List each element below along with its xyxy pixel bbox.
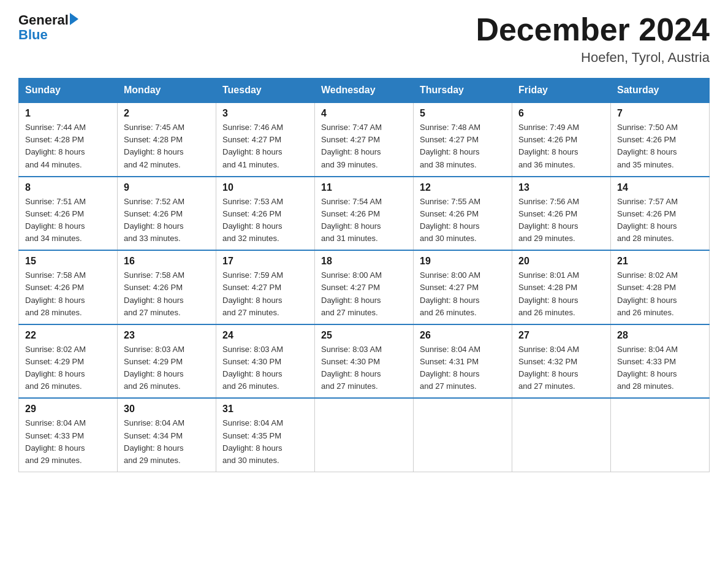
day-number: 13 (518, 182, 604, 193)
day-number: 8 (25, 182, 111, 193)
week-row-2: 8Sunrise: 7:51 AMSunset: 4:26 PMDaylight… (19, 177, 710, 251)
logo: General Blue (18, 12, 78, 43)
day-info: Sunrise: 8:02 AMSunset: 4:28 PMDaylight:… (617, 269, 703, 319)
day-number: 26 (420, 330, 506, 341)
day-info: Sunrise: 8:01 AMSunset: 4:28 PMDaylight:… (518, 269, 604, 319)
logo-general-text: General (18, 12, 69, 28)
day-number: 20 (518, 256, 604, 267)
day-info: Sunrise: 8:04 AMSunset: 4:35 PMDaylight:… (222, 417, 308, 467)
day-cell: 17Sunrise: 7:59 AMSunset: 4:27 PMDayligh… (216, 250, 315, 324)
day-cell: 22Sunrise: 8:02 AMSunset: 4:29 PMDayligh… (19, 324, 118, 399)
day-number: 14 (617, 182, 703, 193)
day-info: Sunrise: 8:04 AMSunset: 4:32 PMDaylight:… (518, 343, 604, 393)
day-info: Sunrise: 7:54 AMSunset: 4:26 PMDaylight:… (321, 196, 407, 245)
day-info: Sunrise: 8:04 AMSunset: 4:31 PMDaylight:… (420, 343, 506, 393)
day-cell: 14Sunrise: 7:57 AMSunset: 4:26 PMDayligh… (611, 177, 710, 251)
week-row-3: 15Sunrise: 7:58 AMSunset: 4:26 PMDayligh… (19, 250, 710, 324)
day-cell: 25Sunrise: 8:03 AMSunset: 4:30 PMDayligh… (315, 324, 414, 399)
day-number: 18 (321, 256, 407, 267)
day-info: Sunrise: 7:47 AMSunset: 4:27 PMDaylight:… (321, 121, 407, 171)
day-info: Sunrise: 7:52 AMSunset: 4:26 PMDaylight:… (124, 196, 210, 245)
day-header-wednesday: Wednesday (315, 79, 414, 103)
day-cell: 19Sunrise: 8:00 AMSunset: 4:27 PMDayligh… (414, 250, 512, 324)
day-cell: 1Sunrise: 7:44 AMSunset: 4:28 PMDaylight… (19, 102, 118, 177)
location-title: Hoefen, Tyrol, Austria (476, 50, 710, 66)
day-number: 11 (321, 182, 407, 193)
day-info: Sunrise: 7:46 AMSunset: 4:27 PMDaylight:… (222, 121, 308, 171)
day-number: 6 (518, 108, 604, 119)
day-info: Sunrise: 8:02 AMSunset: 4:29 PMDaylight:… (25, 343, 111, 393)
day-cell: 4Sunrise: 7:47 AMSunset: 4:27 PMDaylight… (315, 102, 414, 177)
day-number: 23 (124, 330, 210, 341)
day-info: Sunrise: 7:55 AMSunset: 4:26 PMDaylight:… (420, 196, 506, 245)
page-header: General Blue December 2024 Hoefen, Tyrol… (18, 12, 710, 66)
week-row-5: 29Sunrise: 8:04 AMSunset: 4:33 PMDayligh… (19, 398, 710, 472)
day-number: 15 (25, 256, 111, 267)
day-info: Sunrise: 7:45 AMSunset: 4:28 PMDaylight:… (124, 121, 210, 171)
day-info: Sunrise: 8:03 AMSunset: 4:29 PMDaylight:… (124, 343, 210, 393)
day-number: 10 (222, 182, 308, 193)
week-row-4: 22Sunrise: 8:02 AMSunset: 4:29 PMDayligh… (19, 324, 710, 399)
calendar-table: SundayMondayTuesdayWednesdayThursdayFrid… (18, 78, 710, 472)
day-number: 5 (420, 108, 506, 119)
day-number: 4 (321, 108, 407, 119)
month-title: December 2024 (476, 12, 710, 47)
day-cell: 7Sunrise: 7:50 AMSunset: 4:26 PMDaylight… (611, 102, 710, 177)
day-info: Sunrise: 8:04 AMSunset: 4:33 PMDaylight:… (617, 343, 703, 393)
title-section: December 2024 Hoefen, Tyrol, Austria (476, 12, 710, 66)
day-info: Sunrise: 8:04 AMSunset: 4:33 PMDaylight:… (25, 417, 111, 467)
day-header-thursday: Thursday (414, 79, 512, 103)
day-cell: 28Sunrise: 8:04 AMSunset: 4:33 PMDayligh… (611, 324, 710, 399)
day-info: Sunrise: 7:58 AMSunset: 4:26 PMDaylight:… (124, 269, 210, 319)
day-cell: 24Sunrise: 8:03 AMSunset: 4:30 PMDayligh… (216, 324, 315, 399)
day-info: Sunrise: 7:59 AMSunset: 4:27 PMDaylight:… (222, 269, 308, 319)
day-number: 24 (222, 330, 308, 341)
day-cell: 15Sunrise: 7:58 AMSunset: 4:26 PMDayligh… (19, 250, 118, 324)
day-cell: 12Sunrise: 7:55 AMSunset: 4:26 PMDayligh… (414, 177, 512, 251)
day-info: Sunrise: 7:53 AMSunset: 4:26 PMDaylight:… (222, 196, 308, 245)
day-info: Sunrise: 7:44 AMSunset: 4:28 PMDaylight:… (25, 121, 111, 171)
day-info: Sunrise: 7:58 AMSunset: 4:26 PMDaylight:… (25, 269, 111, 319)
day-number: 2 (124, 108, 210, 119)
day-headers-row: SundayMondayTuesdayWednesdayThursdayFrid… (19, 79, 710, 103)
day-number: 1 (25, 108, 111, 119)
day-info: Sunrise: 7:49 AMSunset: 4:26 PMDaylight:… (518, 121, 604, 171)
day-cell: 3Sunrise: 7:46 AMSunset: 4:27 PMDaylight… (216, 102, 315, 177)
day-info: Sunrise: 8:03 AMSunset: 4:30 PMDaylight:… (222, 343, 308, 393)
day-number: 17 (222, 256, 308, 267)
day-number: 16 (124, 256, 210, 267)
day-cell (414, 398, 512, 472)
day-cell: 6Sunrise: 7:49 AMSunset: 4:26 PMDaylight… (512, 102, 611, 177)
day-cell: 31Sunrise: 8:04 AMSunset: 4:35 PMDayligh… (216, 398, 315, 472)
day-info: Sunrise: 7:56 AMSunset: 4:26 PMDaylight:… (518, 196, 604, 245)
day-cell: 20Sunrise: 8:01 AMSunset: 4:28 PMDayligh… (512, 250, 611, 324)
day-info: Sunrise: 7:50 AMSunset: 4:26 PMDaylight:… (617, 121, 703, 171)
logo-blue-text: Blue (18, 27, 78, 43)
day-info: Sunrise: 7:48 AMSunset: 4:27 PMDaylight:… (420, 121, 506, 171)
day-number: 7 (617, 108, 703, 119)
day-cell: 2Sunrise: 7:45 AMSunset: 4:28 PMDaylight… (118, 102, 216, 177)
day-info: Sunrise: 8:03 AMSunset: 4:30 PMDaylight:… (321, 343, 407, 393)
day-cell: 10Sunrise: 7:53 AMSunset: 4:26 PMDayligh… (216, 177, 315, 251)
day-cell: 16Sunrise: 7:58 AMSunset: 4:26 PMDayligh… (118, 250, 216, 324)
day-cell: 27Sunrise: 8:04 AMSunset: 4:32 PMDayligh… (512, 324, 611, 399)
day-info: Sunrise: 8:04 AMSunset: 4:34 PMDaylight:… (124, 417, 210, 467)
week-row-1: 1Sunrise: 7:44 AMSunset: 4:28 PMDaylight… (19, 102, 710, 177)
day-cell: 23Sunrise: 8:03 AMSunset: 4:29 PMDayligh… (118, 324, 216, 399)
day-number: 12 (420, 182, 506, 193)
day-number: 25 (321, 330, 407, 341)
day-cell: 26Sunrise: 8:04 AMSunset: 4:31 PMDayligh… (414, 324, 512, 399)
day-number: 27 (518, 330, 604, 341)
day-cell: 11Sunrise: 7:54 AMSunset: 4:26 PMDayligh… (315, 177, 414, 251)
day-number: 29 (25, 404, 111, 415)
day-cell: 30Sunrise: 8:04 AMSunset: 4:34 PMDayligh… (118, 398, 216, 472)
day-header-friday: Friday (512, 79, 611, 103)
day-info: Sunrise: 8:00 AMSunset: 4:27 PMDaylight:… (321, 269, 407, 319)
logo-arrow-icon (70, 13, 78, 25)
day-header-tuesday: Tuesday (216, 79, 315, 103)
day-info: Sunrise: 8:00 AMSunset: 4:27 PMDaylight:… (420, 269, 506, 319)
day-number: 31 (222, 404, 308, 415)
day-cell: 9Sunrise: 7:52 AMSunset: 4:26 PMDaylight… (118, 177, 216, 251)
day-info: Sunrise: 7:51 AMSunset: 4:26 PMDaylight:… (25, 196, 111, 245)
day-number: 30 (124, 404, 210, 415)
